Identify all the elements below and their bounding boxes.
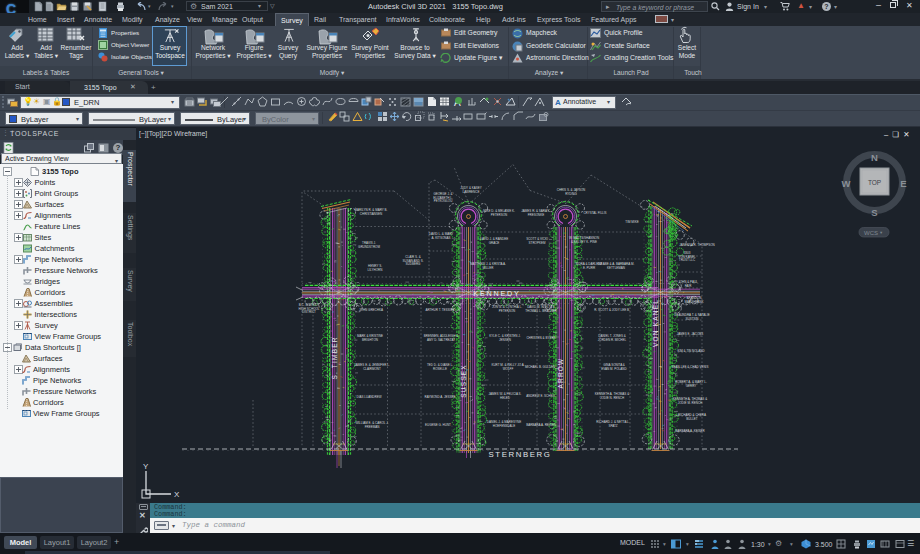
svg-text:JAMES E. JACOBS: JAMES E. JACOBS: [677, 332, 704, 336]
svg-text:W. MATTS/SHANNON& KELSEY K. PI: W. MATTS/SHANNON& KELSEY K. PINE: [569, 236, 599, 243]
svg-text:DANIEL T. JONES &JORDEN R. MIC: DANIEL T. JONES &JORDEN R. MICHEL: [598, 334, 627, 341]
svg-text:JUDY & KASEYLAWRENCE: JUDY & KASEYLAWRENCE: [460, 186, 481, 193]
svg-text:N: N: [871, 152, 878, 163]
svg-text:S. TIMBER: S. TIMBER: [331, 336, 338, 379]
svg-text:S: S: [871, 207, 877, 218]
svg-text:WCS: WCS: [864, 230, 878, 236]
svg-text:GEORGE J. &ELIZABETH L.PETKOGL: GEORGE J. &ELIZABETH L.PETKOGLOU: [433, 192, 453, 202]
svg-text:DIAS LUANDREW: DIAS LUANDREW: [356, 395, 381, 399]
svg-text:BRANDONMARSHBANK: BRANDONMARSHBANK: [684, 296, 703, 303]
svg-text:TIM MIKE: TIM MIKE: [625, 220, 638, 224]
svg-text:ANDREW E. SCHELL: ANDREW E. SCHELL: [526, 394, 556, 398]
svg-text:ARTHUR T. TESSIER: ARTHUR T. TESSIER: [425, 308, 455, 312]
svg-text:DAVID L. & MARYA. KITSONAS: DAVID L. & MARYA. KITSONAS: [429, 232, 454, 239]
svg-text:HENRY S.LILYHORN: HENRY S.LILYHORN: [368, 264, 383, 271]
svg-text:GINA SONITA &EVAN M. POLAND: GINA SONITA &EVAN M. POLAND: [601, 363, 627, 370]
svg-text:Y: Y: [143, 462, 149, 471]
svg-text:STERNBERG: STERNBERG: [489, 450, 552, 459]
svg-text:SEAN-LEE & CHAD VENIS: SEAN-LEE & CHAD VENIS: [672, 365, 709, 369]
svg-text:MICHAEL B. GULDEN: MICHAEL B. GULDEN: [525, 365, 555, 369]
svg-text:E: E: [900, 178, 906, 189]
svg-text:RAYMOND A. JESSEE: RAYMOND A. JESSEE: [425, 395, 456, 399]
svg-text:BRENNEN, ADDLEIGH &AMY D. SALT: BRENNEN, ADDLEIGH &AMY D. SALTREZAT: [424, 334, 458, 341]
svg-text:R. SCOTT & JODY LEE B.: R. SCOTT & JODY LEE B.: [594, 308, 630, 312]
svg-text:W: W: [842, 178, 851, 189]
svg-text:CHRISTEN & BYERS: CHRISTEN & BYERS: [526, 336, 555, 340]
svg-text:KENNETH A. THOMAS &JODIE N. RE: KENNETH A. THOMAS &JODIE N. RENCH: [595, 392, 629, 399]
svg-text:[−][Top][2D Wireframe]: [−][Top][2D Wireframe]: [139, 130, 207, 138]
svg-text:EUGENE G. HUNT: EUGENE G. HUNT: [425, 423, 451, 427]
svg-text:JOHN GRECHKA: JOHN GRECHKA: [359, 308, 383, 312]
svg-text:– ❏ ✕: – ❏ ✕: [884, 130, 910, 139]
svg-text:SUSSEX: SUSSEX: [460, 364, 467, 398]
svg-text:KENNEDY: KENNEDY: [473, 289, 520, 298]
svg-text:KIM & TIN NOLAND: KIM & TIN NOLAND: [677, 349, 705, 353]
svg-text:CRYSTAL FILLIS: CRYSTAL FILLIS: [583, 211, 606, 215]
svg-text:SCOTT & VICKISTROPKEM: SCOTT & VICKISTROPKEM: [526, 237, 548, 244]
svg-text:DAVID M. STELTZ &THOMAS L. BRA: DAVID M. STELTZ &THOMAS L. BRACKER: [525, 305, 557, 312]
svg-text:BARBARA A. REISEN: BARBARA A. REISEN: [526, 423, 556, 427]
svg-text:ARROW: ARROW: [557, 358, 564, 389]
svg-text:X: X: [174, 490, 180, 499]
svg-text:KENNETH A. THOMAS &JODIE M. RE: KENNETH A. THOMAS &JODIE M. RENCH: [673, 397, 707, 404]
svg-text:JANESSA R. THOMPSON: JANESSA R. THOMPSON: [679, 243, 714, 247]
svg-text:BARBARA A. KEISER: BARBARA A. KEISER: [675, 429, 705, 433]
svg-text:VON KANEL: VON KANEL: [652, 299, 659, 347]
svg-text:TOP: TOP: [868, 179, 881, 186]
